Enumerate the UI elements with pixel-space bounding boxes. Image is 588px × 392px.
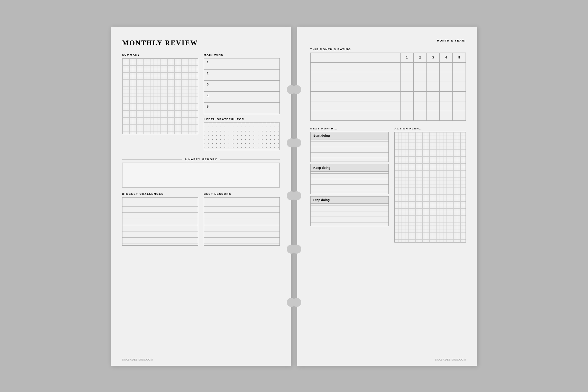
binding-holes-left	[292, 27, 301, 366]
rating-header-category	[311, 53, 401, 62]
lessons-section: BEST LESSONS	[204, 192, 280, 246]
hole-left-5	[292, 298, 301, 307]
rating-col-4: 4	[440, 53, 453, 62]
start-doing-label: Start doing	[311, 132, 388, 139]
grateful-section: I FEEL GRATEFUL FOR	[204, 118, 280, 150]
hm-line-right	[220, 159, 280, 159]
action-plan-grid[interactable]	[394, 132, 466, 243]
win-item-3[interactable]: 3	[204, 81, 279, 92]
challenges-section: BIGGEST CHALLENGES	[122, 192, 198, 246]
next-action-row: NEXT MONTH... Start doing Keep doing Sto…	[310, 127, 466, 243]
hole-left-2	[292, 138, 301, 147]
rating-table: 1 2 3 4 5	[310, 53, 466, 121]
rating-row-1[interactable]	[311, 62, 466, 72]
challenges-box[interactable]	[122, 197, 198, 246]
rating-label: THIS MONTH'S RATING	[310, 48, 466, 51]
happy-memory-box[interactable]	[122, 163, 280, 188]
action-plan-section: ACTION PLAN...	[394, 127, 466, 243]
stop-doing-section: Stop doing	[310, 196, 389, 226]
page-1: MONTHLY REVIEW SUMMARY MAIN WINS 1 2 3 4…	[111, 27, 291, 366]
hole-left-4	[292, 245, 301, 254]
rating-col-5: 5	[453, 53, 466, 62]
rating-section: THIS MONTH'S RATING 1 2 3 4 5	[310, 48, 466, 121]
rating-row-3[interactable]	[311, 82, 466, 91]
happy-memory-header: A HAPPY MEMORY	[122, 158, 280, 161]
stop-doing-lines[interactable]	[311, 204, 388, 226]
page2-header: MONTH & YEAR:	[310, 39, 466, 42]
wins-list: 1 2 3 4 5	[204, 58, 280, 114]
grateful-area[interactable]	[204, 122, 280, 150]
summary-section: SUMMARY	[122, 53, 198, 153]
keep-doing-section: Keep doing	[310, 164, 389, 194]
hole-left-3	[292, 191, 301, 200]
page-title: MONTHLY REVIEW	[122, 39, 280, 47]
win-item-5[interactable]: 5	[204, 103, 279, 114]
grateful-label: I FEEL GRATEFUL FOR	[204, 118, 280, 121]
rating-row-6[interactable]	[311, 111, 466, 120]
rating-col-2: 2	[413, 53, 426, 62]
rating-row-2[interactable]	[311, 72, 466, 82]
challenges-label: BIGGEST CHALLENGES	[122, 192, 198, 195]
keep-doing-lines[interactable]	[311, 172, 388, 194]
win-item-4[interactable]: 4	[204, 92, 279, 103]
start-doing-lines[interactable]	[311, 139, 388, 162]
happy-memory-label: A HAPPY MEMORY	[185, 158, 217, 161]
rating-col-1: 1	[400, 53, 413, 62]
next-month-section: NEXT MONTH... Start doing Keep doing Sto…	[310, 127, 389, 243]
lessons-box[interactable]	[204, 197, 280, 246]
win-item-2[interactable]: 2	[204, 70, 279, 81]
win-item-1[interactable]: 1	[204, 58, 279, 70]
page2-footer: SAASADESIGNS.COM	[435, 358, 466, 361]
happy-memory-section: A HAPPY MEMORY	[122, 158, 280, 188]
next-month-label: NEXT MONTH...	[310, 127, 389, 130]
main-wins-label: MAIN WINS	[204, 53, 280, 56]
rating-row-5[interactable]	[311, 101, 466, 111]
keep-doing-label: Keep doing	[311, 164, 388, 172]
main-wins-section: MAIN WINS 1 2 3 4 5 I FEEL GRATEFUL FOR	[204, 53, 280, 153]
top-section: SUMMARY MAIN WINS 1 2 3 4 5 I FEEL GRATE…	[122, 53, 280, 153]
hole-left-1	[292, 85, 301, 94]
lessons-label: BEST LESSONS	[204, 192, 280, 195]
rating-col-3: 3	[426, 53, 440, 62]
page1-footer: SAASADESIGNS.COM	[122, 358, 153, 361]
stop-doing-label: Stop doing	[311, 197, 388, 204]
action-plan-label: ACTION PLAN...	[394, 127, 466, 130]
summary-grid[interactable]	[122, 58, 198, 134]
bottom-section: BIGGEST CHALLENGES BEST LESSONS	[122, 192, 280, 246]
rating-row-4[interactable]	[311, 91, 466, 101]
summary-label: SUMMARY	[122, 53, 198, 56]
start-doing-section: Start doing	[310, 132, 389, 162]
hm-line-left	[122, 159, 182, 159]
month-year-label: MONTH & YEAR:	[437, 39, 466, 42]
page-2: MONTH & YEAR: THIS MONTH'S RATING 1 2 3 …	[297, 27, 477, 366]
